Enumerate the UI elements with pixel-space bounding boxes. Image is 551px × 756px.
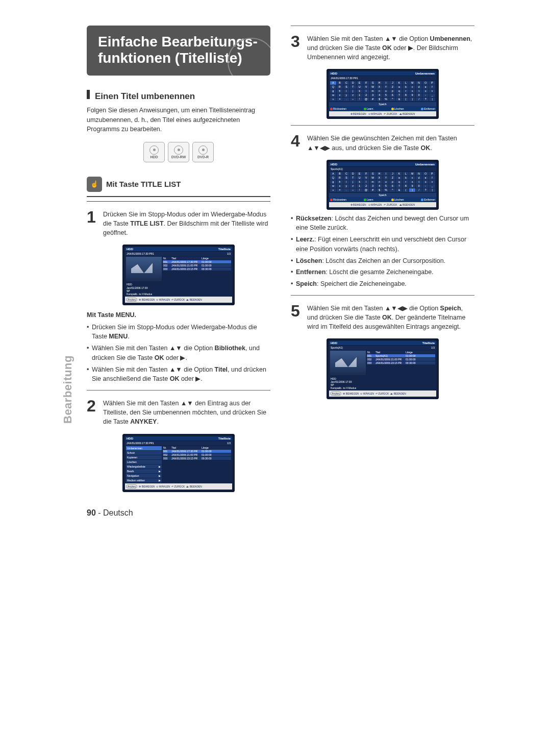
dvdrw-icon: DVD-RW [168,142,189,162]
step-number: 2 [87,398,99,426]
step-number: 3 [291,33,303,62]
step-2: 2 Wählen Sie mit den Tasten ▲▼ den Eintr… [87,398,270,426]
list-item: Wählen Sie mit den Tasten ▲▼ die Option … [87,344,270,363]
step-body: Wählen Sie mit den Tasten ▲▼◀▶ die Optio… [307,303,474,331]
page-footer: 90 - Deutsch [87,508,474,518]
dvdr-icon: DVD-R [192,142,214,162]
list-item: Löschen: Löscht das Zeichen an der Curso… [291,256,474,266]
list-item: Wählen Sie mit den Tasten ▲▼ die Option … [87,365,270,384]
screen-rename-keyboard-1: HDDUmbenennen JAN/01/2006 17:30 PR1 ABCD… [327,69,439,119]
edit-actions-list: Rücksetzen: Löscht das Zeichen und beweg… [291,214,474,289]
rule [87,390,270,391]
screen-titlelist-1: HDDTitelliste JAN/01/2006 17:30 PR11/3 N… [122,245,235,305]
list-item: Rücksetzen: Löscht das Zeichen und beweg… [291,214,474,233]
hdd-icon: HDD [143,142,165,162]
section-heading: Einen Titel umbenennen [87,90,270,102]
left-column: Einfache Bearbeitungs-funktionen (Titell… [87,26,270,496]
rule [291,295,474,296]
intro-text: Folgen Sie diesen Anweisungen, um einen … [87,106,270,133]
screen-rename-keyboard-2: HDDUmbenennen Sports(A1) ABCDEFGHIJKLMNO… [327,160,439,210]
page-number: 90 [87,508,96,517]
subheading-text: Mit Taste TITLE LIST [106,180,181,188]
right-column: 3 Wählen Sie mit den Tasten ▲▼ die Optio… [291,26,474,496]
page-title: Einfache Bearbeitungs-funktionen (Titell… [87,26,270,76]
step-1: 1 Drücken Sie im Stopp-Modus oder im Wie… [87,209,270,237]
remote-icon: ☝ [87,177,102,192]
rule [87,201,270,202]
heading-bar [87,90,90,99]
rule [291,125,474,126]
menu-subheading: Mit Taste MENU. [87,310,270,320]
list-item: Speich: Speichert die Zeicheneingabe. [291,279,474,289]
menu-steps-list: Drücken Sie im Stopp-Modus oder Wiederga… [87,323,270,384]
manual-page: Bearbeitung Einfache Bearbeitungs-funkti… [46,0,505,538]
rule [291,26,474,26]
rule [87,196,270,197]
section-heading-text: Einen Titel umbenennen [95,91,195,102]
list-item: Entfernen: Löscht die gesamte Zeichenein… [291,267,474,277]
list-item: Drücken Sie im Stopp-Modus oder Wiederga… [87,323,270,342]
step-body: Wählen Sie mit den Tasten ▲▼ die Option … [307,33,474,62]
step-4: 4 Wählen Sie die gewünschten Zeichen mit… [291,133,474,152]
step-body: Wählen Sie die gewünschten Zeichen mit d… [307,133,474,152]
subheading-titlelist: ☝ Mit Taste TITLE LIST [87,177,270,192]
step-number: 4 [291,133,303,152]
step-number: 5 [291,303,303,331]
step-body: Wählen Sie mit den Tasten ▲▼ den Eintrag… [103,398,270,426]
step-3: 3 Wählen Sie mit den Tasten ▲▼ die Optio… [291,33,474,62]
screen-titlelist-final: HDDTitelliste Sports(A1)1/3 Nr.TitelLäng… [327,338,439,399]
page-language: Deutsch [103,508,133,517]
step-body: Drücken Sie im Stopp-Modus oder im Wiede… [103,209,270,237]
media-support-icons: HDD DVD-RW DVD-R [87,142,270,162]
step-5: 5 Wählen Sie mit den Tasten ▲▼◀▶ die Opt… [291,303,474,331]
section-tab: Bearbeitung [61,355,74,424]
list-item: Leerz.: Fügt einen Leerschritt ein und v… [291,235,474,254]
step-number: 1 [87,209,99,237]
screen-titlelist-menu: HDDTitelliste JAN/01/2006 17:30 PR11/3 U… [122,434,235,492]
